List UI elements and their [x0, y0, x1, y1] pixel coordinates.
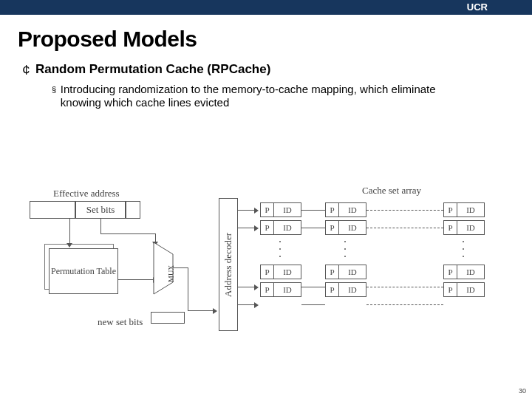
rpcache-diagram: Effective address Cache set array Set bi…: [30, 185, 502, 362]
bullet-1-1: § Introducing randomization to the memor…: [52, 83, 466, 109]
arrow-row-0: [254, 208, 259, 214]
bullets: ¢ Random Permutation Cache (RPCache) § I…: [22, 62, 514, 109]
label-effective-address: Effective address: [53, 188, 120, 200]
col-gap: [260, 238, 301, 265]
cell-id: ID: [457, 203, 484, 216]
arrow-row-2: [254, 284, 259, 290]
cell-id: ID: [274, 203, 301, 216]
box-new-set-bits: [151, 312, 185, 324]
header-org: UCR: [467, 0, 488, 15]
cell-id: ID: [274, 283, 301, 296]
cell-p: P: [326, 203, 339, 216]
wire-perm-to-bend: [118, 279, 137, 280]
wire-col01-r1: [301, 228, 325, 228]
slide-title: Proposed Models: [18, 27, 514, 52]
cell-p: P: [326, 221, 339, 234]
cell-p: P: [444, 203, 457, 216]
cell-id: ID: [339, 265, 366, 279]
arrow-row-3: [254, 302, 259, 308]
cell-id: ID: [339, 221, 366, 234]
wire-dash-r1: [366, 228, 443, 228]
wire-mux-down: [188, 267, 188, 310]
wire-col01-r3: [301, 304, 325, 305]
wire-col01-r0: [301, 210, 325, 211]
cell-p: P: [261, 203, 274, 216]
pid-box: PID: [260, 202, 301, 217]
cache-col-n: PID PID PID PID: [443, 202, 485, 300]
address-decoder: Address decoder: [219, 198, 238, 331]
col-gap: [325, 238, 366, 265]
pid-box: PID: [443, 282, 485, 297]
wire-dash-r2: [366, 287, 443, 287]
label-new-set-bits: new set bits: [98, 316, 143, 328]
cache-col-1: PID PID PID PID: [325, 202, 366, 300]
slide-content: Proposed Models ¢ Random Permutation Cac…: [0, 15, 532, 109]
wire-dash-r0: [366, 210, 443, 211]
page-number: 30: [519, 387, 526, 395]
pid-box: PID: [443, 202, 485, 217]
wire-mux-out: [173, 267, 188, 268]
cell-id: ID: [339, 283, 366, 296]
cell-p: P: [444, 283, 457, 296]
bullet-marker: ¢: [22, 62, 35, 78]
cell-id: ID: [457, 221, 484, 234]
cell-id: ID: [457, 283, 484, 296]
cell-id: ID: [274, 221, 301, 234]
arrow-setbits-to-perm: [66, 243, 72, 248]
cell-p: P: [444, 265, 457, 279]
cell-id: ID: [274, 265, 301, 279]
cell-p: P: [326, 265, 339, 279]
cell-p: P: [261, 221, 274, 234]
cell-p: P: [326, 283, 339, 296]
cell-p: P: [261, 265, 274, 279]
col-gap: [443, 238, 485, 265]
bullet-1: ¢ Random Permutation Cache (RPCache): [22, 62, 514, 78]
arrow-row-1: [254, 225, 259, 231]
box-before-set: [30, 201, 75, 219]
pid-box: PID: [325, 282, 366, 297]
pid-box: PID: [325, 265, 366, 279]
cell-id: ID: [339, 203, 366, 216]
pid-box: PID: [260, 220, 301, 235]
pid-box: PID: [325, 220, 366, 235]
pid-box: PID: [325, 202, 366, 217]
pid-box: PID: [260, 265, 301, 279]
box-after-set: [126, 201, 140, 219]
label-cache-set-array: Cache set array: [362, 185, 421, 197]
header-bar: UCR: [0, 0, 532, 15]
bullet-1-text: Random Permutation Cache (RPCache): [35, 62, 270, 78]
wire-setbits-down: [100, 219, 101, 233]
address-decoder-label: Address decoder: [222, 233, 234, 297]
box-set-bits: Set bits: [75, 201, 126, 219]
bullet-marker-sq: §: [52, 83, 61, 109]
wire-dash-r3: [366, 304, 443, 305]
arrow-to-dec: [213, 308, 217, 314]
cell-id: ID: [457, 265, 484, 279]
pid-box: PID: [443, 265, 485, 279]
wire-to-dec: [188, 310, 216, 311]
bullet-1-1-text: Introducing randomization to the memory-…: [61, 83, 466, 109]
wire-setbits-across: [100, 233, 155, 234]
wire-setbits-to-perm: [69, 219, 70, 245]
pid-box: PID: [260, 282, 301, 297]
perm-table-label: Permutation Table: [51, 267, 116, 276]
pid-box: PID: [443, 220, 485, 235]
wire-col01-r2: [301, 287, 325, 287]
cell-p: P: [261, 283, 274, 296]
cache-col-0: PID PID PID PID: [260, 202, 301, 300]
cell-p: P: [444, 221, 457, 234]
perm-table: Permutation Table: [49, 248, 118, 294]
